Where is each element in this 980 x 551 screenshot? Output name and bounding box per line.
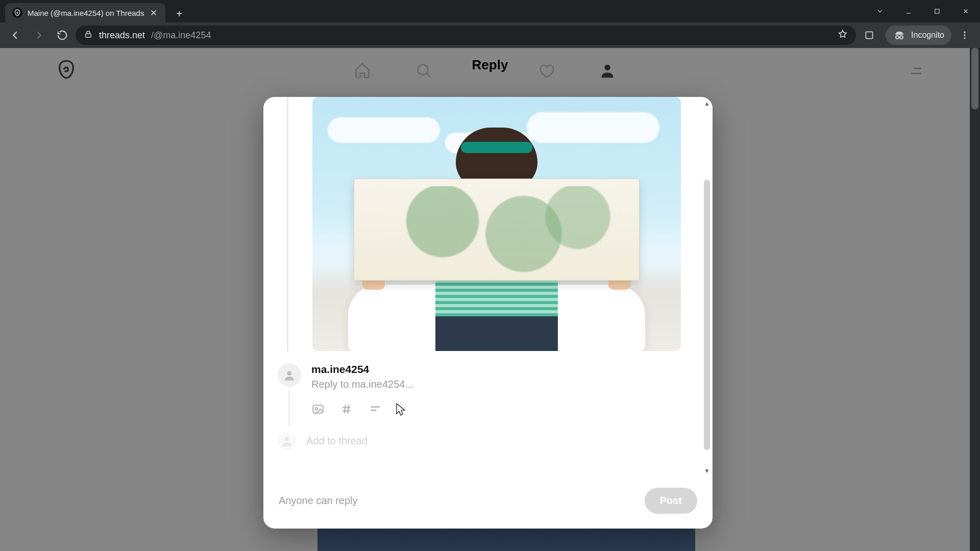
new-tab-button[interactable]: +: [170, 5, 188, 22]
extensions-icon[interactable]: [859, 25, 879, 45]
svg-rect-1: [86, 34, 91, 37]
reply-audience-label[interactable]: Anyone can reply: [279, 495, 358, 507]
svg-point-7: [964, 37, 965, 39]
modal-footer: Anyone can reply Post: [263, 478, 713, 529]
add-to-thread-label: Add to thread: [306, 435, 368, 447]
compose-username: ma.ine4254: [311, 363, 686, 375]
scrollbar-track[interactable]: [704, 108, 710, 466]
incognito-chip[interactable]: Incognito: [886, 26, 951, 45]
original-post-image[interactable]: [312, 97, 681, 351]
hashtag-icon[interactable]: [340, 403, 353, 416]
svg-rect-2: [866, 32, 872, 38]
svg-point-3: [896, 36, 899, 39]
modal-scroll-area[interactable]: ma.ine4254 Reply to ma.ine4254...: [263, 97, 713, 478]
nav-back-icon[interactable]: [5, 25, 26, 45]
svg-point-6: [964, 34, 965, 36]
scroll-down-icon[interactable]: ▼: [702, 466, 712, 475]
mouse-cursor: [396, 403, 406, 416]
page-scrollbar-thumb[interactable]: [971, 48, 978, 109]
browser-toolbar: threads.net/@ma.ine4254 Incognito: [0, 22, 980, 48]
tab-title: Maine (@ma.ine4254) on Threads: [28, 9, 144, 17]
lock-icon: [84, 30, 93, 41]
thread-connector-line-2: [288, 391, 290, 427]
window-controls: [866, 0, 980, 22]
chevron-down-icon[interactable]: [866, 0, 894, 22]
page-title: Reply: [0, 57, 980, 73]
threads-favicon: [12, 8, 22, 18]
svg-point-10: [287, 371, 292, 375]
bookmark-star-icon[interactable]: [838, 29, 848, 42]
url-path: /@ma.ine4254: [151, 30, 211, 41]
kebab-menu-icon[interactable]: [954, 25, 975, 45]
page-viewport: Reply: [0, 48, 980, 551]
browser-tab-active[interactable]: Maine (@ma.ine4254) on Threads: [5, 3, 165, 22]
poll-icon[interactable]: [369, 403, 382, 416]
reply-input[interactable]: Reply to ma.ine4254...: [311, 379, 686, 390]
browser-titlebar: Maine (@ma.ine4254) on Threads +: [0, 0, 980, 22]
svg-point-5: [964, 32, 965, 33]
user-avatar[interactable]: [278, 363, 301, 387]
thread-connector-line: [287, 97, 288, 352]
incognito-label: Incognito: [911, 31, 944, 40]
scrollbar-thumb[interactable]: [704, 180, 710, 450]
svg-point-12: [315, 408, 317, 410]
reply-modal: ma.ine4254 Reply to ma.ine4254...: [263, 97, 713, 529]
post-button[interactable]: Post: [645, 488, 697, 514]
svg-rect-0: [935, 9, 939, 13]
close-tab-icon[interactable]: [149, 8, 158, 17]
page-scrollbar[interactable]: [970, 48, 980, 551]
svg-point-4: [900, 36, 903, 39]
svg-point-13: [285, 437, 289, 441]
address-bar[interactable]: threads.net/@ma.ine4254: [76, 26, 856, 45]
modal-scrollbar[interactable]: ▲ ▼: [702, 99, 712, 475]
minimize-icon[interactable]: [894, 0, 923, 22]
add-to-thread-row[interactable]: Add to thread: [278, 432, 368, 450]
close-window-icon[interactable]: [951, 0, 980, 22]
url-host: threads.net: [99, 30, 145, 41]
nav-forward-icon: [29, 25, 49, 45]
attach-media-icon[interactable]: [311, 403, 325, 416]
add-thread-avatar: [278, 432, 296, 450]
reply-compose-row: ma.ine4254 Reply to ma.ine4254...: [278, 363, 686, 416]
maximize-icon[interactable]: [923, 0, 951, 22]
incognito-icon: [893, 29, 906, 42]
reload-icon[interactable]: [52, 25, 72, 45]
